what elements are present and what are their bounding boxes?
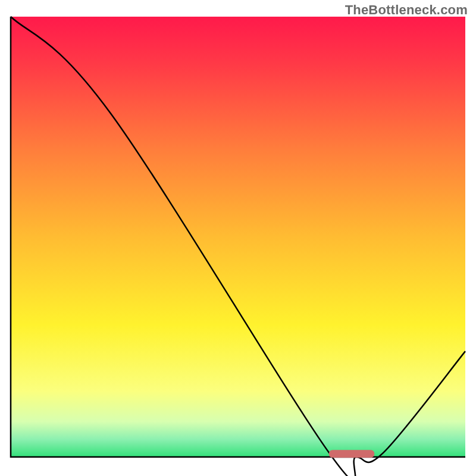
gradient-background — [11, 17, 465, 457]
bottleneck-chart — [0, 0, 476, 476]
optimum-marker — [329, 450, 374, 458]
